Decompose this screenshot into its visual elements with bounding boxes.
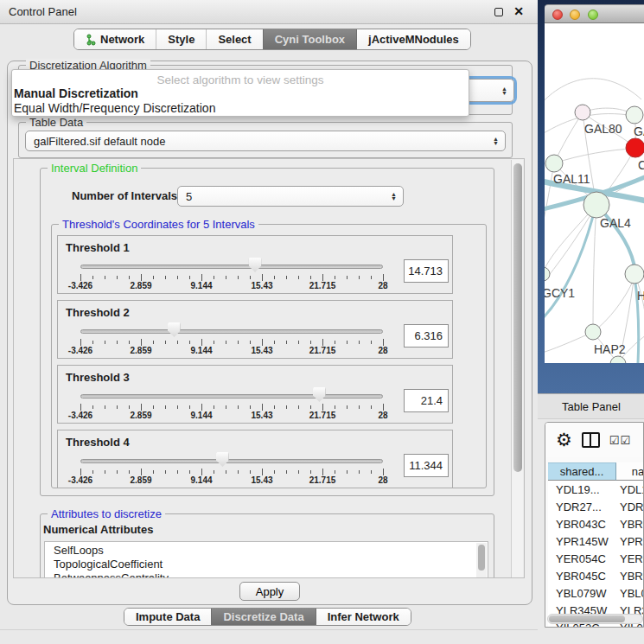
slider-ruler [80, 469, 383, 475]
network-node[interactable] [583, 192, 609, 218]
table-data-combobox[interactable]: galFiltered.sif default node ▲▼ [25, 131, 506, 151]
gear-icon[interactable]: ⚙ [556, 431, 572, 449]
minimize-traffic-light[interactable] [570, 10, 580, 20]
network-canvas[interactable]: GAL80GACGAL11GAL4GCY1HHAP2 [545, 23, 644, 363]
close-traffic-light[interactable] [552, 10, 563, 20]
network-node[interactable] [610, 356, 626, 363]
cell-name[interactable]: YBR0 [616, 570, 644, 583]
cell-name[interactable]: YDL1 [616, 483, 644, 496]
table-panel-bar: Table Panel [538, 393, 644, 419]
dropdown-option-manual[interactable]: Manual Discretization [12, 86, 469, 101]
threshold-1-panel: Threshold 1 -3.4262.8599.14415.4321.7152… [57, 235, 453, 294]
table-row[interactable]: YBL079WYBL0 [548, 584, 644, 602]
numerical-attributes-list[interactable]: SelfLoopsTopologicalCoefficientBetweenne… [44, 541, 488, 578]
threshold-value-field[interactable]: 6.316 [404, 324, 449, 348]
network-window-titlebar[interactable] [545, 4, 644, 23]
control-panel-tabs: Network Style Select Cyni Toolbox jActiv… [73, 29, 471, 50]
threshold-value-field[interactable]: 21.4 [404, 389, 449, 412]
group-title: Table Data [26, 116, 86, 129]
dropdown-option-equal-width[interactable]: Equal Width/Frequency Discretization [12, 101, 469, 116]
cell-shared-name[interactable]: YBR043C [548, 518, 616, 531]
control-panel-titlebar: Control Panel ✕ [0, 0, 538, 24]
tab-network-label: Network [100, 33, 144, 46]
network-node[interactable] [545, 155, 563, 172]
attribute-list-item[interactable]: SelfLoops [54, 544, 488, 558]
list-scrollbar[interactable] [476, 543, 487, 578]
slider-thumb[interactable] [249, 258, 262, 272]
threshold-value-field[interactable]: 14.713 [404, 259, 449, 283]
network-node[interactable] [626, 106, 643, 124]
threshold-value-field[interactable]: 11.344 [404, 454, 449, 477]
tab-infer-network[interactable]: Infer Network [316, 609, 411, 625]
attribute-list-item[interactable]: TopologicalCoefficient [54, 558, 488, 571]
slider-tick-labels: -3.4262.8599.14415.4321.71528 [80, 475, 383, 486]
column-header-shared-name[interactable]: shared... [548, 462, 616, 481]
cell-shared-name[interactable]: YDL19... [548, 483, 616, 496]
column-checkbox-icons[interactable]: ☑☑ [609, 434, 631, 447]
tab-jactivemnodules[interactable]: jActiveMNodules [356, 29, 470, 49]
node-label: H [637, 289, 644, 303]
cell-shared-name[interactable]: YBL079W [548, 587, 616, 600]
cell-shared-name[interactable]: YBR045C [548, 570, 616, 583]
network-node[interactable] [585, 324, 601, 340]
tab-discretize-data[interactable]: Discretize Data [211, 609, 315, 625]
table-row[interactable]: YBR045CYBR0 [548, 567, 644, 584]
table-row[interactable]: YDR27...YDR2 [548, 498, 644, 515]
network-node[interactable] [625, 265, 644, 284]
table-data-value: galFiltered.sif default node [34, 135, 165, 148]
table-row[interactable]: YBR043CYBR0 [548, 515, 644, 532]
network-node[interactable] [575, 105, 590, 120]
slider-tick-labels: -3.4262.8599.14415.4321.71528 [80, 281, 383, 291]
zoom-traffic-light[interactable] [588, 10, 598, 20]
node-label: GAL80 [584, 122, 622, 136]
cell-name[interactable]: YER0 [616, 552, 644, 565]
cell-shared-name[interactable]: YPR145W [548, 535, 616, 548]
interval-definition-group: Interval Definition Number of Intervals … [40, 168, 494, 496]
divider [0, 629, 538, 630]
thresholds-group: Threshold's Coordinates for 5 Intervals … [51, 224, 487, 488]
network-node[interactable] [626, 138, 644, 157]
cell-name[interactable]: YPR1 [616, 535, 644, 548]
num-intervals-spinner[interactable]: 5 ▲▼ [177, 186, 404, 207]
node-table-body: YDL19...YDL1YDR27...YDR2YBR043CYBR0YPR14… [548, 481, 644, 628]
attribute-list-item[interactable]: BetweennessCentrality [54, 571, 488, 578]
combo-arrows-icon: ▲▼ [493, 137, 499, 145]
table-row[interactable]: YER054CYER0 [548, 550, 644, 567]
tab-impute-data[interactable]: Impute Data [124, 609, 211, 625]
cyni-toolbox-panel: Discretization Algorithm ▲▼ Table Data g… [7, 61, 532, 605]
cell-name[interactable]: YDR2 [616, 501, 644, 513]
threshold-4-panel: Threshold 4 -3.4262.8599.14415.4321.7152… [57, 430, 453, 488]
apply-button[interactable]: Apply [239, 582, 300, 601]
tab-select[interactable]: Select [206, 29, 262, 49]
cell-shared-name[interactable]: YER054C [548, 552, 616, 565]
threshold-3-panel: Threshold 3 -3.4262.8599.14415.4321.7152… [57, 365, 453, 424]
panel-title: Control Panel [9, 5, 77, 18]
cell-name[interactable]: YBR0 [616, 518, 644, 531]
column-header-name[interactable]: na [616, 462, 644, 481]
node-attribute-table: shared... na YDL19...YDL1YDR27...YDR2YBR… [548, 462, 644, 628]
num-intervals-value: 5 [186, 190, 192, 203]
cell-shared-name[interactable]: YDR27... [548, 501, 616, 513]
vertical-scrollbar[interactable] [511, 160, 523, 578]
split-panel-icon[interactable] [582, 432, 600, 448]
network-icon [86, 34, 96, 46]
tab-cyni-toolbox[interactable]: Cyni Toolbox [263, 29, 356, 49]
cyni-mode-tabs: Impute Data Discretize Data Infer Networ… [124, 608, 411, 626]
table-row[interactable]: YDL19...YDL1 [548, 481, 644, 498]
numerical-attributes-label: Numerical Attributes [43, 523, 153, 536]
tab-style[interactable]: Style [156, 29, 206, 49]
network-node[interactable] [545, 267, 550, 281]
dropdown-hint: Select algorithm to view settings [12, 70, 469, 86]
table-row[interactable]: YPR145WYPR1 [548, 532, 644, 550]
node-label: C [638, 158, 644, 172]
table-toolbar: ⚙ ☑☑ [545, 423, 643, 457]
slider-thumb[interactable] [216, 452, 229, 467]
slider-thumb[interactable] [313, 387, 326, 402]
slider-thumb[interactable] [168, 322, 181, 337]
horizontal-scrollbar[interactable] [547, 614, 643, 624]
cell-name[interactable]: YBL0 [616, 587, 644, 600]
tab-network[interactable]: Network [74, 29, 156, 49]
float-window-icon[interactable] [494, 8, 503, 16]
table-header: shared... na [548, 462, 644, 481]
close-icon[interactable]: ✕ [513, 4, 524, 18]
